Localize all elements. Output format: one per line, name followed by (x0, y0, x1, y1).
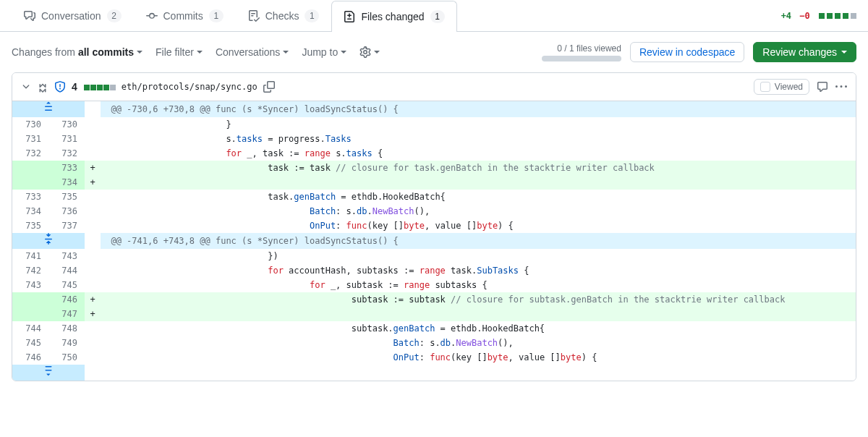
gear-icon (359, 46, 371, 58)
tab-checks[interactable]: Checks 1 (236, 0, 332, 31)
expand-icon[interactable] (12, 233, 85, 249)
file-path[interactable]: eth/protocols/snap/sync.go (122, 82, 258, 92)
hunk-text: @@ -730,6 +730,8 @@ func (s *Syncer) loa… (101, 101, 856, 117)
code-content: subtask := subtask // closure for subtas… (101, 292, 856, 307)
diff-line[interactable]: 741743 }) (12, 249, 856, 263)
code-content: for _, task := range s.tasks { (101, 146, 856, 161)
label: Viewed (775, 82, 803, 92)
hunk-text: @@ -741,6 +743,8 @@ func (s *Syncer) loa… (101, 233, 856, 249)
conversations-dropdown[interactable]: Conversations (216, 46, 289, 58)
tab-conversation[interactable]: Conversation 2 (12, 0, 134, 31)
diff-line[interactable]: 733+ task := task // closure for task.ge… (12, 161, 856, 175)
line-num-new: 747 (48, 307, 85, 321)
line-marker (85, 336, 101, 350)
line-num-old: 732 (12, 146, 48, 161)
file-diff-icon (344, 11, 355, 22)
progress-label: 0 / 1 files viewed (557, 43, 621, 54)
review-changes-button[interactable]: Review changes (753, 42, 856, 62)
file-actions: Viewed (754, 79, 847, 95)
expand-all-icon[interactable] (37, 81, 48, 93)
diff-line[interactable]: 743745 for _, subtask := range subtasks … (12, 278, 856, 292)
line-num-new: 733 (48, 161, 85, 175)
diffstat-blocks (83, 81, 116, 93)
diff-table: @@ -730,6 +730,8 @@ func (s *Syncer) loa… (12, 101, 856, 381)
code-content: task.genBatch = ethdb.HookedBatch{ (101, 190, 856, 204)
line-num-old (12, 161, 48, 175)
jump-to-dropdown[interactable]: Jump to (302, 46, 346, 58)
line-marker (85, 190, 101, 204)
line-marker: + (85, 292, 101, 307)
label: Review changes (762, 46, 837, 58)
label: Changes from (12, 46, 75, 58)
diff-line[interactable]: 744748 subtask.genBatch = ethdb.HookedBa… (12, 321, 856, 336)
line-marker (85, 218, 101, 233)
line-num-new: 734 (48, 175, 85, 190)
line-num-new: 746 (48, 292, 85, 307)
caret-down-icon (283, 51, 289, 56)
line-num-new: 750 (48, 350, 85, 365)
diff-line[interactable]: 746+ subtask := subtask // closure for s… (12, 292, 856, 307)
line-marker (85, 350, 101, 365)
file-diff: 4 eth/protocols/snap/sync.go Viewed @@ -… (12, 72, 856, 381)
viewed-toggle[interactable]: Viewed (754, 79, 809, 95)
diff-line[interactable]: 742744 for accountHash, subtasks := rang… (12, 263, 856, 278)
diff-line[interactable]: 732732 for _, task := range s.tasks { (12, 146, 856, 161)
additions-count: +4 (781, 11, 791, 21)
code-content: for accountHash, subtasks := range task.… (101, 263, 856, 278)
code-content: OnPut: func(key []byte, value []byte) { (101, 350, 856, 365)
line-num-old: 746 (12, 350, 48, 365)
diff-line[interactable]: 733735 task.genBatch = ethdb.HookedBatch… (12, 190, 856, 204)
expand-down[interactable] (12, 365, 856, 381)
tab-label: Files changed (361, 11, 424, 22)
changes-from-dropdown[interactable]: Changes from all commits (12, 46, 142, 58)
file-header: 4 eth/protocols/snap/sync.go Viewed (12, 73, 856, 101)
line-num-new: 735 (48, 190, 85, 204)
code-content (101, 175, 856, 190)
line-marker: + (85, 175, 101, 190)
code-content: subtask.genBatch = ethdb.HookedBatch{ (101, 321, 856, 336)
code-content (101, 307, 856, 321)
line-marker (85, 146, 101, 161)
line-num-new: 745 (48, 278, 85, 292)
file-changes-count: 4 (72, 81, 77, 93)
line-marker (85, 278, 101, 292)
diff-line[interactable]: 730730 } (12, 117, 856, 132)
diff-settings-dropdown[interactable] (359, 46, 380, 58)
review-in-codespace-button[interactable]: Review in codespace (630, 42, 744, 62)
diff-line[interactable]: 731731 s.tasks = progress.Tasks (12, 132, 856, 146)
shield-icon[interactable] (54, 81, 66, 93)
file-filter-dropdown[interactable]: File filter (156, 46, 203, 58)
diff-line[interactable]: 747+ (12, 307, 856, 321)
line-num-old: 731 (12, 132, 48, 146)
tab-counter: 2 (107, 9, 122, 22)
line-num-old: 734 (12, 204, 48, 218)
line-num-new: 730 (48, 117, 85, 132)
line-num-new: 737 (48, 218, 85, 233)
diff-line[interactable]: 746750 OnPut: func(key []byte, value []b… (12, 350, 856, 365)
tab-commits[interactable]: Commits 1 (134, 0, 236, 31)
expand-icon[interactable] (12, 101, 85, 117)
deletions-count: −0 (799, 11, 809, 21)
diff-line[interactable]: 735737 OnPut: func(key []byte, value []b… (12, 218, 856, 233)
kebab-icon[interactable] (835, 81, 847, 93)
code-content: s.tasks = progress.Tasks (101, 132, 856, 146)
caret-down-icon (374, 51, 380, 56)
code-content: }) (101, 249, 856, 263)
value: all commits (78, 46, 134, 58)
line-num-old (12, 307, 48, 321)
line-marker: + (85, 307, 101, 321)
comment-icon[interactable] (817, 81, 828, 93)
diff-line[interactable]: 745749 Batch: s.db.NewBatch(), (12, 336, 856, 350)
caret-down-icon (341, 51, 346, 56)
tab-files-changed[interactable]: Files changed 1 (331, 1, 456, 32)
copy-icon[interactable] (263, 81, 275, 93)
toolbar-right: 0 / 1 files viewed Review in codespace R… (542, 42, 856, 62)
chevron-down-icon[interactable] (21, 82, 31, 92)
caret-down-icon (841, 51, 847, 56)
line-num-new: 743 (48, 249, 85, 263)
diff-line[interactable]: 734+ (12, 175, 856, 190)
diff-line[interactable]: 734736 Batch: s.db.NewBatch(), (12, 204, 856, 218)
hunk-header: @@ -730,6 +730,8 @@ func (s *Syncer) loa… (12, 101, 856, 117)
tab-counter: 1 (209, 9, 224, 22)
line-num-old: 735 (12, 218, 48, 233)
